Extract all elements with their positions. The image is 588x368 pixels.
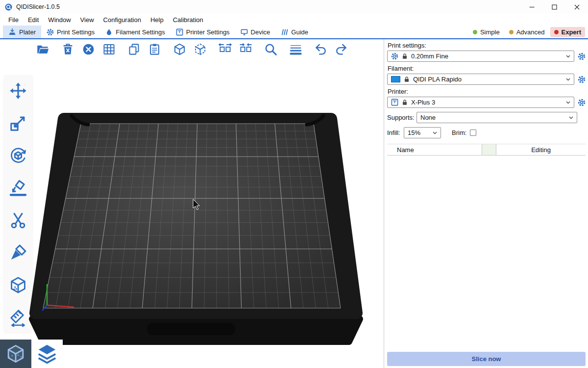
printer-value: X-Plus 3 (411, 99, 435, 106)
move-icon (9, 81, 27, 100)
plater-toolbar (35, 42, 354, 56)
mode-label: Expert (562, 28, 581, 36)
mode-simple[interactable]: Simple (469, 27, 504, 37)
column-name[interactable]: Name (387, 146, 482, 154)
paste-icon (148, 43, 161, 56)
mode-expert[interactable]: Expert (550, 27, 585, 37)
print-settings-label: Print settings: (388, 42, 585, 49)
paint-supports-button[interactable] (7, 241, 29, 264)
title-bar: QIDISlicer-1.0.5 (0, 0, 588, 14)
delete-all-button[interactable] (81, 42, 96, 56)
filament-gear-button[interactable] (577, 75, 586, 83)
gear-icon (578, 53, 586, 60)
cut-button[interactable] (7, 209, 29, 232)
menu-configuration[interactable]: Configuration (99, 15, 146, 25)
redo-button[interactable] (334, 42, 348, 56)
open-button[interactable] (35, 42, 50, 56)
brim-checkbox[interactable] (470, 130, 476, 136)
maximize-button[interactable] (543, 0, 565, 14)
print-settings-select[interactable]: 0.20mm Fine (387, 51, 574, 62)
printer-icon (176, 28, 183, 36)
column-extruder[interactable] (482, 144, 496, 155)
tab-label: Filament Settings (116, 28, 165, 36)
window-title: QIDISlicer-1.0.5 (16, 3, 60, 10)
filament-color-swatch (391, 76, 400, 82)
supports-select[interactable]: None (416, 112, 577, 123)
printer-gear-button[interactable] (577, 98, 586, 106)
variable-layer-height-button[interactable] (288, 42, 303, 56)
close-icon (574, 4, 580, 10)
scale-icon (9, 114, 27, 132)
chevron-down-icon (569, 116, 573, 119)
paste-button[interactable] (147, 42, 162, 56)
filament-select[interactable]: QIDI PLA Rapido (387, 74, 574, 85)
menu-file[interactable]: File (4, 15, 24, 25)
device-icon (241, 28, 248, 36)
mode-advanced[interactable]: Advanced (505, 27, 549, 37)
brim-label: Brim: (452, 129, 466, 136)
print-settings-icon (47, 28, 54, 36)
tab-label: Print Settings (57, 28, 95, 36)
search-button[interactable] (263, 42, 278, 56)
scale-button[interactable] (7, 112, 29, 134)
copy-button[interactable] (126, 42, 141, 56)
menu-help[interactable]: Help (146, 15, 169, 25)
minimize-icon (529, 4, 535, 10)
seam-button[interactable] (7, 274, 29, 296)
lock-icon (402, 53, 408, 59)
menu-view[interactable]: View (76, 15, 99, 25)
lock-icon (402, 99, 408, 105)
split-parts-button[interactable] (238, 42, 253, 56)
infill-select[interactable]: 15% (404, 127, 441, 138)
object-list-body[interactable] (387, 156, 586, 350)
object-list: Name Editing (387, 144, 586, 350)
slice-now-button[interactable]: Slice now (387, 352, 586, 366)
printer-small-icon (391, 99, 398, 106)
undo-icon (314, 43, 327, 56)
tab-plater[interactable]: Plater (3, 26, 41, 38)
chevron-down-icon (566, 55, 570, 58)
filament-value: QIDI PLA Rapido (413, 76, 462, 83)
mode-switcher: Simple Advanced Expert (469, 26, 588, 38)
menu-edit[interactable]: Edit (24, 15, 44, 25)
measure-button[interactable] (7, 306, 29, 329)
preview-view-button[interactable] (31, 340, 63, 368)
menu-window[interactable]: Window (44, 15, 75, 25)
arrange-icon (102, 43, 116, 56)
column-editing[interactable]: Editing (496, 146, 586, 154)
place-on-face-button[interactable] (7, 177, 29, 199)
arrange-button[interactable] (101, 42, 116, 56)
remove-instance-button[interactable] (193, 42, 207, 56)
3d-viewport[interactable] (0, 39, 384, 368)
split-objects-button[interactable] (218, 42, 232, 56)
printer-select[interactable]: X-Plus 3 (387, 97, 574, 108)
undo-button[interactable] (313, 42, 328, 56)
tab-label: Guide (291, 28, 308, 36)
redo-icon (335, 43, 348, 56)
measure-icon (9, 308, 27, 327)
print-settings-gear-button[interactable] (577, 52, 586, 60)
move-button[interactable] (7, 79, 29, 102)
chevron-down-icon (566, 78, 570, 81)
tab-label: Printer Settings (186, 28, 230, 36)
rotate-button[interactable] (7, 144, 29, 167)
tab-printer-settings[interactable]: Printer Settings (171, 26, 235, 38)
infill-value: 15% (408, 129, 420, 136)
menu-bar: File Edit Window View Configuration Help… (0, 14, 588, 26)
tab-guide[interactable]: Guide (275, 26, 314, 38)
menu-calibration[interactable]: Calibration (169, 15, 208, 25)
editor-view-button[interactable] (0, 340, 31, 368)
minimize-button[interactable] (520, 0, 543, 14)
close-button[interactable] (565, 0, 588, 14)
add-instance-button[interactable] (172, 42, 187, 56)
seam-icon (9, 276, 27, 294)
spacer (577, 113, 586, 122)
tab-print-settings[interactable]: Print Settings (41, 26, 100, 38)
preview-layers-icon (36, 342, 58, 365)
tab-device[interactable]: Device (235, 26, 276, 38)
tab-filament-settings[interactable]: Filament Settings (100, 26, 170, 38)
delete-button[interactable] (60, 42, 75, 56)
simple-dot-icon (473, 30, 477, 34)
supports-label: Supports: (387, 114, 416, 121)
print-bed (0, 39, 384, 368)
